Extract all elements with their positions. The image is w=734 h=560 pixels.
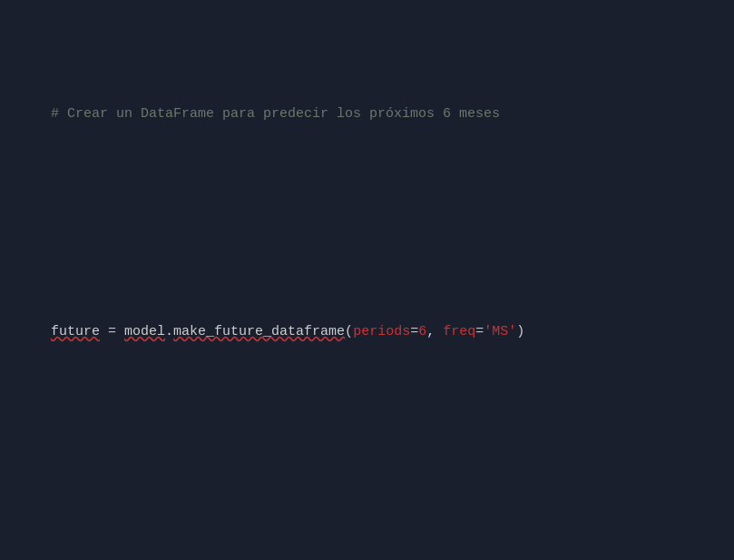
blank-line-3: [18, 496, 716, 517]
line-future-assign: future = model.make_future_dataframe(per…: [18, 300, 716, 365]
line-comment1: # Crear un DataFrame para predecir los p…: [18, 82, 716, 147]
operator-eq1: =: [100, 324, 124, 339]
param-freq: freq: [443, 324, 475, 339]
model-ref-1: model: [124, 324, 165, 339]
paren-close1: ): [516, 324, 524, 339]
code-editor: # Crear un DataFrame para predecir los p…: [0, 0, 734, 560]
value-6: 6: [418, 324, 426, 339]
paren-open1: (: [345, 324, 353, 339]
comma1: ,: [426, 324, 443, 339]
blank-line-2: [18, 430, 716, 452]
make-future-dataframe: make_future_dataframe: [173, 324, 345, 339]
dot1: .: [165, 324, 173, 339]
comment-text-1: # Crear un DataFrame para predecir los p…: [51, 106, 500, 122]
eq2: =: [410, 324, 418, 339]
eq3: =: [475, 324, 484, 339]
blank-line-1: [18, 212, 716, 234]
param-periods: periods: [353, 324, 410, 339]
var-future: future: [51, 324, 100, 339]
value-ms: 'MS': [484, 324, 516, 339]
